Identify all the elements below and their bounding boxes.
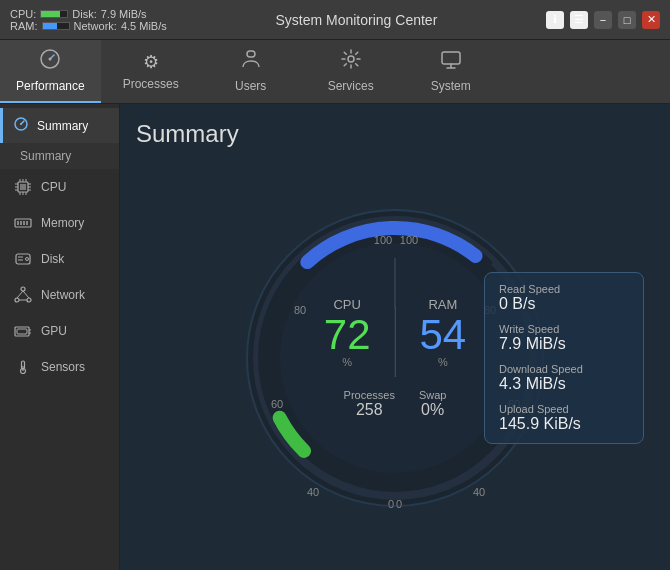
disk-sidebar-icon xyxy=(13,249,33,269)
window-controls: ℹ ☰ − □ ✕ xyxy=(546,11,660,29)
tab-services-label: Services xyxy=(328,79,374,93)
svg-point-31 xyxy=(15,298,19,302)
processes-icon: ⚙ xyxy=(143,51,159,73)
sidebar-item-sensors[interactable]: Sensors xyxy=(0,349,119,385)
svg-rect-4 xyxy=(442,52,460,64)
svg-line-33 xyxy=(17,291,23,298)
download-speed-label: Download Speed xyxy=(499,363,629,375)
content-area: Summary xyxy=(120,104,670,570)
stat-download-speed: Download Speed 4.3 MiB/s xyxy=(499,363,629,393)
users-icon xyxy=(240,48,262,75)
cpu-gauge-unit: % xyxy=(342,356,352,368)
sidebar-item-cpu[interactable]: CPU xyxy=(0,169,119,205)
svg-line-34 xyxy=(23,291,29,298)
gauge-divider xyxy=(395,307,396,377)
gpu-sidebar-label: GPU xyxy=(41,324,67,338)
tab-users-label: Users xyxy=(235,79,266,93)
svg-point-30 xyxy=(21,287,25,291)
main-content: Summary Summary xyxy=(0,104,670,570)
cpu-bar xyxy=(40,10,68,18)
cpu-row: CPU: Disk: 7.9 MiB/s xyxy=(10,8,167,20)
titlebar-left: CPU: Disk: 7.9 MiB/s RAM: Network: 4.5 M… xyxy=(10,8,167,32)
tab-system[interactable]: System xyxy=(401,40,501,103)
tab-processes[interactable]: ⚙ Processes xyxy=(101,40,201,103)
svg-rect-8 xyxy=(20,184,26,190)
svg-point-27 xyxy=(26,258,29,261)
summary-header-icon xyxy=(13,116,29,135)
svg-rect-2 xyxy=(247,51,255,57)
write-speed-value: 7.9 MiB/s xyxy=(499,335,629,353)
read-speed-value: 0 B/s xyxy=(499,295,629,313)
sidebar: Summary Summary xyxy=(0,104,120,570)
svg-rect-25 xyxy=(26,221,28,225)
sidebar-item-disk[interactable]: Disk xyxy=(0,241,119,277)
tab-system-label: System xyxy=(431,79,471,93)
stat-upload-speed: Upload Speed 145.9 KiB/s xyxy=(499,403,629,433)
ram-bar xyxy=(42,22,70,30)
svg-point-6 xyxy=(20,123,22,125)
read-speed-label: Read Speed xyxy=(499,283,629,295)
sensors-sidebar-label: Sensors xyxy=(41,360,85,374)
svg-rect-24 xyxy=(23,221,25,225)
app-title: System Monitoring Center xyxy=(167,12,546,28)
cpu-gauge-label: CPU xyxy=(333,297,360,312)
ram-gauge-value: 54 xyxy=(420,314,467,356)
performance-icon xyxy=(39,48,61,75)
svg-rect-42 xyxy=(22,366,24,371)
write-speed-label: Write Speed xyxy=(499,323,629,335)
sensors-sidebar-icon xyxy=(13,357,33,377)
swap-gauge-label: Swap xyxy=(419,389,447,401)
tab-performance[interactable]: Performance xyxy=(0,40,101,103)
svg-rect-26 xyxy=(16,254,30,264)
svg-text:0: 0 xyxy=(396,498,402,510)
menu-button[interactable]: ☰ xyxy=(570,11,588,29)
gauge-ram-col: RAM 54 % xyxy=(420,297,467,377)
maximize-button[interactable]: □ xyxy=(618,11,636,29)
svg-point-3 xyxy=(348,56,354,62)
upload-speed-value: 145.9 KiB/s xyxy=(499,415,629,433)
stat-read-speed: Read Speed 0 B/s xyxy=(499,283,629,313)
disk-label: Disk: xyxy=(72,8,96,20)
ram-bar-fill xyxy=(43,23,57,29)
gauge-subvalues-row: Processes 258 Swap 0% xyxy=(344,385,447,419)
sidebar-summary-label: Summary xyxy=(37,119,88,133)
toolbar: Performance ⚙ Processes Users Services xyxy=(0,40,670,104)
network-label: Network: xyxy=(74,20,117,32)
svg-rect-37 xyxy=(17,329,27,334)
svg-text:100: 100 xyxy=(400,234,418,246)
minimize-button[interactable]: − xyxy=(594,11,612,29)
tab-processes-label: Processes xyxy=(123,77,179,91)
processes-gauge-label: Processes xyxy=(344,389,395,401)
swap-col: Swap 0% xyxy=(419,385,447,419)
network-value: 4.5 MiB/s xyxy=(121,20,167,32)
ram-label: RAM: xyxy=(10,20,38,32)
swap-gauge-value: 0% xyxy=(421,401,444,419)
cpu-sidebar-icon xyxy=(13,177,33,197)
titlebar: CPU: Disk: 7.9 MiB/s RAM: Network: 4.5 M… xyxy=(0,0,670,40)
sidebar-summary-header[interactable]: Summary xyxy=(0,108,119,143)
svg-text:20: 20 xyxy=(379,516,391,518)
tab-services[interactable]: Services xyxy=(301,40,401,103)
stats-panel: Read Speed 0 B/s Write Speed 7.9 MiB/s D… xyxy=(484,272,644,444)
sidebar-item-memory[interactable]: Memory xyxy=(0,205,119,241)
close-button[interactable]: ✕ xyxy=(642,11,660,29)
processes-gauge-value: 258 xyxy=(356,401,383,419)
sidebar-item-gpu[interactable]: GPU xyxy=(0,313,119,349)
svg-text:40: 40 xyxy=(473,486,485,498)
gauge-area: 100 80 60 40 20 0 100 80 60 40 20 0 xyxy=(136,160,654,556)
upload-speed-label: Upload Speed xyxy=(499,403,629,415)
tab-performance-label: Performance xyxy=(16,79,85,93)
ram-gauge-label: RAM xyxy=(428,297,457,312)
cpu-label: CPU: xyxy=(10,8,36,20)
info-button[interactable]: ℹ xyxy=(546,11,564,29)
page-title: Summary xyxy=(136,120,654,148)
tab-users[interactable]: Users xyxy=(201,40,301,103)
svg-text:60: 60 xyxy=(271,398,283,410)
sidebar-item-network[interactable]: Network xyxy=(0,277,119,313)
services-icon xyxy=(340,48,362,75)
cpu-sidebar-label: CPU xyxy=(41,180,66,194)
processes-col: Processes 258 xyxy=(344,385,395,419)
ram-row: RAM: Network: 4.5 MiB/s xyxy=(10,20,167,32)
sidebar-item-summary[interactable]: Summary xyxy=(0,143,119,169)
ram-gauge-unit: % xyxy=(438,356,448,368)
